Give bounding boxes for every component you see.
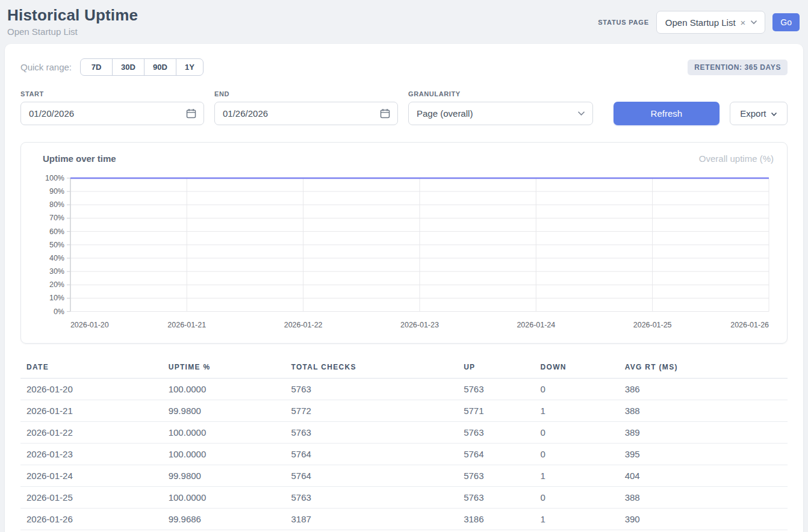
table-cell: 5764 <box>458 443 534 465</box>
table-row: 2026-01-25100.0000576357630388 <box>20 486 788 508</box>
table-cell: 1 <box>535 508 619 530</box>
status-page-select[interactable]: Open Startup List × <box>656 11 766 34</box>
table-cell: 100.0000 <box>163 486 285 508</box>
table-cell: 100.0000 <box>163 443 285 465</box>
table-cell: 389 <box>619 421 788 443</box>
table-cell: 3187 <box>285 508 458 530</box>
chevron-down-icon <box>577 111 585 116</box>
svg-text:100%: 100% <box>45 174 64 182</box>
page-header: Historical Uptime Open Startup List STAT… <box>0 0 808 44</box>
chevron-down-icon <box>771 108 777 119</box>
table-cell: 0 <box>535 421 619 443</box>
export-button-label: Export <box>740 108 766 119</box>
svg-text:60%: 60% <box>49 227 64 236</box>
table-cell: 99.9800 <box>163 400 285 421</box>
table-cell: 100.0000 <box>163 421 285 443</box>
table-cell: 2026-01-22 <box>20 421 163 443</box>
svg-text:2026-01-21: 2026-01-21 <box>167 321 206 329</box>
filters-row: START 01/20/2026 END 01/26/2026 GRANULAR… <box>20 90 788 125</box>
table-cell: 5764 <box>285 443 458 465</box>
table-cell: 5772 <box>285 400 458 421</box>
title-block: Historical Uptime Open Startup List <box>7 6 138 37</box>
svg-text:2026-01-22: 2026-01-22 <box>284 321 323 329</box>
table-cell: 390 <box>619 508 788 530</box>
quick-range-label: Quick range: <box>20 62 72 72</box>
table-cell: 2026-01-26 <box>20 508 163 530</box>
quick-range-7d[interactable]: 7D <box>80 58 113 76</box>
svg-text:2026-01-25: 2026-01-25 <box>633 321 672 329</box>
quick-range-group: 7D 30D 90D 1Y <box>80 58 204 76</box>
svg-text:90%: 90% <box>49 187 64 196</box>
table-cell: 5763 <box>285 486 458 508</box>
chart-legend: Overall uptime (%) <box>699 153 774 164</box>
table-cell: 5763 <box>458 465 534 486</box>
svg-text:40%: 40% <box>49 254 64 262</box>
svg-text:20%: 20% <box>49 280 64 289</box>
table-column-header: UPTIME % <box>163 357 285 379</box>
uptime-chart-card: Uptime over time Overall uptime (%) 0%10… <box>20 142 788 344</box>
quick-range-1y[interactable]: 1Y <box>176 58 204 76</box>
table-cell: 5763 <box>458 486 534 508</box>
export-button[interactable]: Export <box>730 102 788 125</box>
table-cell: 1 <box>535 400 619 421</box>
table-cell: 386 <box>619 378 788 400</box>
start-date-field: START 01/20/2026 <box>20 90 204 125</box>
table-cell: 388 <box>619 400 788 421</box>
table-column-header: DOWN <box>535 357 619 379</box>
table-cell: 0 <box>535 378 619 400</box>
table-cell: 404 <box>619 465 788 486</box>
table-cell: 5771 <box>458 400 534 421</box>
chart-area: 0%10%20%30%40%50%60%70%80%90%100%2026-01… <box>33 171 775 337</box>
main-panel: Quick range: 7D 30D 90D 1Y RETENTION: 36… <box>5 44 803 532</box>
status-page-selected-value: Open Startup List <box>665 17 736 28</box>
end-date-input[interactable]: 01/26/2026 <box>214 102 398 125</box>
calendar-icon[interactable] <box>380 108 390 119</box>
header-controls: STATUS PAGE Open Startup List × Go <box>598 11 800 34</box>
table-row: 2026-01-2499.9800576457631404 <box>20 465 788 486</box>
table-cell: 5763 <box>458 421 534 443</box>
svg-text:2026-01-23: 2026-01-23 <box>400 321 439 329</box>
table-header-row: DATEUPTIME %TOTAL CHECKSUPDOWNAVG RT (MS… <box>20 357 788 379</box>
start-date-label: START <box>20 90 204 97</box>
svg-text:2026-01-20: 2026-01-20 <box>70 321 109 329</box>
table-cell: 2026-01-24 <box>20 465 163 486</box>
chart-title: Uptime over time <box>43 153 116 164</box>
calendar-icon[interactable] <box>186 108 196 119</box>
page-subtitle: Open Startup List <box>7 26 138 37</box>
table-cell: 2026-01-25 <box>20 486 163 508</box>
end-date-field: END 01/26/2026 <box>214 90 398 125</box>
refresh-button[interactable]: Refresh <box>614 102 719 125</box>
table-row: 2026-01-2199.9800577257711388 <box>20 400 788 421</box>
uptime-table: DATEUPTIME %TOTAL CHECKSUPDOWNAVG RT (MS… <box>20 357 788 530</box>
granularity-select[interactable]: Page (overall) <box>408 102 593 125</box>
go-button[interactable]: Go <box>772 13 800 31</box>
quick-range-row: Quick range: 7D 30D 90D 1Y RETENTION: 36… <box>20 58 788 76</box>
table-cell: 5763 <box>285 378 458 400</box>
table-cell: 388 <box>619 486 788 508</box>
quick-range-30d[interactable]: 30D <box>112 58 145 76</box>
table-cell: 3186 <box>458 508 534 530</box>
start-date-input[interactable]: 01/20/2026 <box>20 102 204 125</box>
table-cell: 0 <box>535 486 619 508</box>
table-cell: 5763 <box>458 378 534 400</box>
svg-text:70%: 70% <box>49 214 64 222</box>
svg-text:2026-01-26: 2026-01-26 <box>730 321 769 329</box>
table-row: 2026-01-2699.9686318731861390 <box>20 508 788 530</box>
table-cell: 2026-01-20 <box>20 378 163 400</box>
table-cell: 100.0000 <box>163 378 285 400</box>
table-cell: 2026-01-23 <box>20 443 163 465</box>
retention-badge: RETENTION: 365 DAYS <box>688 60 788 75</box>
svg-text:0%: 0% <box>54 308 64 316</box>
table-cell: 5763 <box>285 421 458 443</box>
svg-text:80%: 80% <box>49 200 64 209</box>
chevron-down-icon <box>750 20 757 25</box>
uptime-chart: 0%10%20%30%40%50%60%70%80%90%100%2026-01… <box>33 171 775 337</box>
quick-range-90d[interactable]: 90D <box>144 58 176 76</box>
table-column-header: AVG RT (MS) <box>619 357 788 379</box>
table-column-header: TOTAL CHECKS <box>285 357 458 379</box>
table-cell: 5764 <box>285 465 458 486</box>
table-cell: 395 <box>619 443 788 465</box>
clear-selection-icon[interactable]: × <box>741 18 746 27</box>
table-header: DATEUPTIME %TOTAL CHECKSUPDOWNAVG RT (MS… <box>20 357 788 379</box>
table-cell: 1 <box>535 465 619 486</box>
